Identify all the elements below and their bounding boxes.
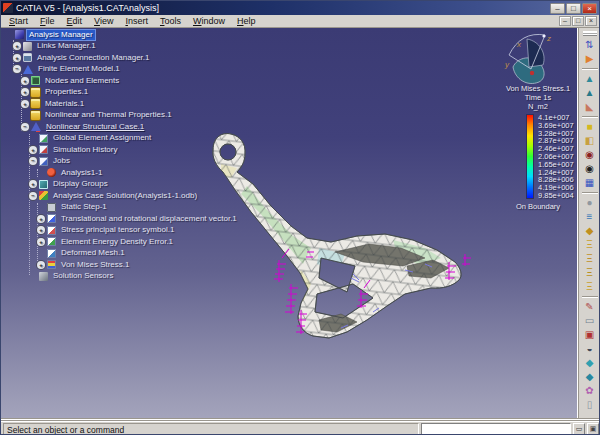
tree-item-element-energy-density-error-1[interactable]: +Element Energy Density Error.1 [37,236,239,248]
tree-expander-minus[interactable]: − [29,157,37,165]
tree-expander-plus[interactable]: + [21,100,29,108]
tree-item-global-element-assignment[interactable]: Global Element Assignment [29,133,239,145]
octree-mesher-icon[interactable]: ▲ [582,72,597,86]
tree-item-deformed-mesh-1[interactable]: Deformed Mesh.1 [37,248,239,260]
toolbar-drag-handle[interactable] [583,31,597,36]
tree-expander-plus[interactable]: + [13,42,21,50]
folder-tree-icon [31,111,40,120]
tree-expander-plus[interactable]: + [37,261,45,269]
tree-item-links-manager-1[interactable]: +Links Manager.1 [13,41,239,53]
restraint-clamp-1-icon[interactable]: Ξ [582,238,597,252]
menu-file[interactable]: File [34,15,61,28]
tree-item-jobs[interactable]: −Jobs [29,156,239,168]
menu-insert[interactable]: Insert [119,15,154,28]
compass[interactable]: x y z [499,29,571,87]
adaptivity-box-icon[interactable]: ▦ [582,176,597,190]
sensor-sphere-icon[interactable]: ◒ [582,342,597,356]
status-button-2[interactable]: ▣ [587,423,599,435]
menu-tools[interactable]: Tools [154,15,187,28]
wedge-load-2-icon[interactable]: ◆ [582,370,597,384]
physical-property-icon[interactable]: ■ [582,120,597,134]
restraint-pivot-icon[interactable]: Ξ [582,280,597,294]
img-tree-icon [47,249,56,258]
mesh-clamp-icon[interactable]: ◣ [582,100,597,114]
tree-item-nonlinear-and-thermal-properties-1[interactable]: Nonlinear and Thermal Properties.1 [21,110,239,122]
tree-expander-minus[interactable]: − [29,192,37,200]
tree-item-label: Global Element Assignment [51,133,153,143]
mass-sphere-icon[interactable]: ● [582,196,597,210]
image-camera-black-icon[interactable]: ◉ [582,162,597,176]
stress-legend: Von Mises Stress.1 Time 1s N_m2 4.1e+007… [479,84,577,211]
tree-item-display-groups[interactable]: +Display Groups [29,179,239,191]
select-pointer-icon[interactable]: ▶ [582,52,597,66]
tree-item-materials-1[interactable]: +Materials.1 [21,98,239,110]
menu-start[interactable]: Start [3,15,34,28]
tree-expander-plus[interactable]: + [21,88,29,96]
tree-item-static-step-1[interactable]: Static Step-1 [37,202,239,214]
tree-item-solution-sensors[interactable]: Solution Sensors [29,271,239,283]
tree-item-analysis1-1[interactable]: Analysis1-1 [37,167,239,179]
tree-item-properties-1[interactable]: +Properties.1 [21,87,239,99]
title-bar[interactable]: CATIA V5 - [Analysis1.CATAnalysis] – □ × [1,1,599,15]
report-document-icon[interactable]: ▯ [582,398,597,412]
image-camera-red-icon[interactable]: ◉ [582,148,597,162]
tree-expander-plus[interactable]: + [37,215,45,223]
am-tree-icon [15,30,24,39]
groups-layers-icon[interactable]: ≡ [582,210,597,224]
gea-tree-icon [39,134,48,143]
tree-expander-plus[interactable]: + [29,180,37,188]
tree-item-analysis-case-solution-analysis1-1-odb[interactable]: −Analysis Case Solution(Analysis1-1.odb) [29,190,239,202]
tree-expander-minus[interactable]: − [13,65,21,73]
menu-view[interactable]: View [88,15,119,28]
surface-mesher-icon[interactable]: ▲ [582,86,597,100]
mdi-minimize-button[interactable]: – [559,16,571,26]
tree-item-translational-and-rotational-displacement-vector-1[interactable]: +Translational and rotational displaceme… [37,213,239,225]
tree-item-label: Analysis1-1 [59,168,104,178]
tree-item-nodes-and-elements[interactable]: +Nodes and Elements [21,75,239,87]
power-input[interactable] [421,423,571,435]
maximize-button[interactable]: □ [566,3,581,14]
tree-item-label: Nonlinear and Thermal Properties.1 [43,110,174,120]
analysis-results-icon[interactable]: ✿ [582,384,597,398]
tree-expander-plus[interactable]: + [13,54,21,62]
tree-expander-minus[interactable]: − [21,123,29,131]
menu-window[interactable]: Window [187,15,231,28]
compute-update-icon[interactable]: ⇅ [582,38,597,52]
restraint-clamp-2-icon[interactable]: Ξ [582,252,597,266]
mdi-close-button[interactable]: × [585,16,597,26]
tree-item-finite-element-model-1[interactable]: −Finite Element Model.1 [13,64,239,76]
apply-material-icon[interactable]: ◧ [582,134,597,148]
tree-item-label: Stress principal tensor symbol.1 [59,225,176,235]
status-button-1[interactable]: ▭ [573,423,585,435]
tree-item-analysis-manager[interactable]: Analysis Manager [5,29,239,41]
3d-viewport[interactable]: Analysis Manager+Links Manager.1+Analysi… [1,28,577,419]
minimize-button[interactable]: – [550,3,565,14]
tree-expander-plus[interactable]: + [29,146,37,154]
close-button[interactable]: × [582,3,597,14]
moment-load-icon[interactable]: ▣ [582,328,597,342]
mdi-restore-button[interactable]: □ [572,16,584,26]
tree-item-stress-principal-tensor-symbol-1[interactable]: +Stress principal tensor symbol.1 [37,225,239,237]
tree-item-simulation-history[interactable]: +Simulation History [29,144,239,156]
restraint-slider-icon[interactable]: Ξ [582,266,597,280]
tree-expander-plus[interactable]: + [21,77,29,85]
tree-item-analysis-connection-manager-1[interactable]: +Analysis Connection Manager.1 [13,52,239,64]
menu-help[interactable]: Help [231,15,262,28]
legend-value: 9.85e+004 [538,192,574,200]
tree-expander-plus[interactable]: + [37,226,45,234]
links-tree-icon [23,42,32,51]
toolbar-separator [582,296,598,298]
paint-load-icon[interactable]: ✎ [582,300,597,314]
compass-z-label: z [546,34,551,43]
right-toolbar: ⇅▶▲▲◣■◧◉◉▦●≡◆ΞΞΞΞ✎▭▣◒◆◆✿▯ [577,28,600,419]
menu-edit[interactable]: Edit [61,15,89,28]
ne-tree-icon [31,76,40,85]
tree-expander-plus[interactable]: + [37,238,45,246]
virtual-part-icon[interactable]: ◆ [582,224,597,238]
fem-tree-icon [23,65,33,74]
sens-tree-icon [39,272,48,281]
tree-item-von-mises-stress-1[interactable]: +Von Mises Stress.1 [37,259,239,271]
image-frame-icon[interactable]: ▭ [582,314,597,328]
wedge-load-1-icon[interactable]: ◆ [582,356,597,370]
tree-item-nonlinear-structural-case-1[interactable]: −Nonlinear Structural Case.1 [21,121,239,133]
